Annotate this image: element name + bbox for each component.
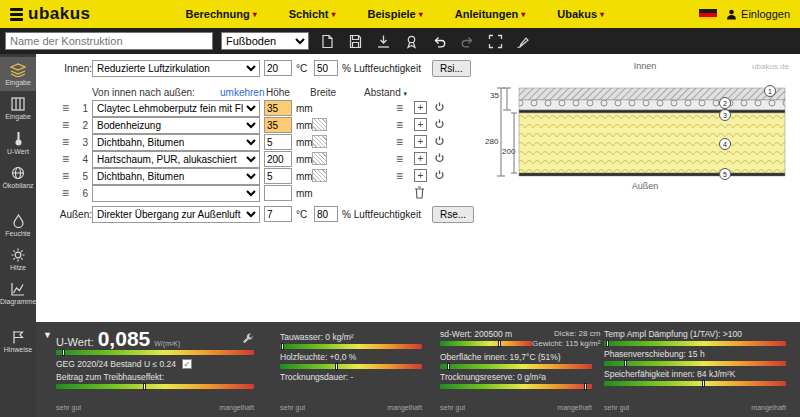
aussen-temp-input[interactable] [264, 206, 292, 222]
sun-icon [11, 248, 25, 262]
rse-button[interactable]: Rse... [432, 206, 474, 223]
insert-layer-icon[interactable]: + [414, 118, 427, 131]
insert-layer-icon[interactable]: + [414, 152, 427, 165]
drag-handle-icon[interactable]: ≡ [62, 185, 69, 201]
drag-handle-icon[interactable]: ≡ [62, 100, 69, 116]
pattern-icon[interactable] [312, 118, 327, 131]
sidebar-item-u-wert[interactable]: U-Wert [0, 125, 36, 160]
wrench-icon[interactable] [241, 332, 254, 350]
construction-type-select[interactable]: Fußboden [221, 32, 309, 50]
drag-handle-icon[interactable]: ≡ [62, 168, 69, 184]
innen-humidity-input[interactable] [314, 60, 338, 76]
menu-ubakus[interactable]: Ubakus▾ [557, 8, 604, 20]
layer-marker-2[interactable]: 2 [720, 98, 731, 109]
paint-icon[interactable] [513, 31, 533, 51]
row-menu-icon[interactable]: ≡ [396, 151, 403, 167]
flag-icon [12, 330, 24, 344]
fullscreen-icon[interactable] [485, 31, 505, 51]
disable-layer-icon[interactable] [434, 169, 445, 183]
layer-marker-5[interactable]: 5 [720, 169, 731, 180]
layer-height-input[interactable] [264, 134, 292, 150]
insert-layer-icon[interactable]: + [414, 135, 427, 148]
pattern-icon[interactable] [312, 135, 327, 148]
delete-layer-icon[interactable] [414, 186, 425, 201]
certificate-icon[interactable] [401, 31, 421, 51]
scale-good: sehr gut [56, 404, 81, 411]
material-select[interactable]: Dichtbahn, Bitumen [92, 168, 260, 185]
layer-height-input[interactable] [264, 168, 292, 184]
quality-bar [604, 381, 786, 386]
pattern-icon[interactable] [312, 152, 327, 165]
drag-handle-icon[interactable]: ≡ [62, 117, 69, 133]
aussen-condition-select[interactable]: Direkter Übergang zur Außenluft [92, 206, 260, 223]
material-select[interactable] [92, 185, 260, 202]
material-select[interactable]: Hartschaum, PUR, alukaschiert [92, 151, 260, 168]
layer-height-input[interactable] [264, 117, 292, 133]
insert-layer-icon[interactable]: + [414, 101, 427, 114]
material-select[interactable]: Claytec Lehmoberputz fein mit Flachs [92, 100, 260, 117]
layer-pur[interactable] [519, 113, 785, 173]
menu-schicht[interactable]: Schicht▾ [289, 8, 336, 20]
drag-handle-icon[interactable]: ≡ [62, 151, 69, 167]
menu-berechnung[interactable]: Berechnung▾ [185, 8, 256, 20]
bar-marker [281, 343, 284, 350]
quality-bar [604, 341, 786, 346]
layer-height-input[interactable] [264, 151, 292, 167]
invert-link[interactable]: umkehren [220, 84, 264, 101]
redo-icon[interactable] [457, 31, 477, 51]
row-menu-icon[interactable]: ≡ [396, 168, 403, 184]
layer-bitumen-top[interactable] [519, 110, 785, 113]
sidebar-item-oekobilanz[interactable]: Ökobilanz [0, 160, 36, 194]
innen-condition-select[interactable]: Reduzierte Luftzirkulation [92, 60, 260, 77]
sidebar-item-feuchte[interactable]: Feuchte [0, 208, 36, 242]
disable-layer-icon[interactable] [434, 135, 445, 149]
pattern-icon[interactable] [312, 169, 327, 182]
rsi-button[interactable]: Rsi... [432, 60, 471, 77]
unit-label: mm [296, 117, 313, 134]
undo-icon[interactable] [429, 31, 449, 51]
layer-height-input[interactable] [264, 100, 292, 116]
layer-bitumen-bottom[interactable] [519, 173, 785, 176]
unit-label: mm [296, 185, 313, 202]
drawing-innen-label: Innen [634, 61, 657, 71]
disable-layer-icon[interactable] [434, 101, 445, 115]
globe-icon [11, 166, 25, 180]
sidebar-item-diagramme[interactable]: Diagramme [0, 276, 36, 310]
menu-beispiele[interactable]: Beispiele▾ [367, 8, 422, 20]
save-icon[interactable] [345, 31, 365, 51]
layer-marker-1[interactable]: 1 [765, 86, 776, 97]
innen-temp-input[interactable] [264, 60, 292, 76]
layer-plaster[interactable] [519, 88, 785, 100]
collapse-results-icon[interactable]: ▼ [43, 330, 52, 340]
geg-checkbox[interactable]: ✓ [182, 359, 192, 369]
disable-layer-icon[interactable] [434, 152, 445, 166]
layer-heating[interactable] [519, 100, 785, 110]
ubakus-logo[interactable]: ubakus [10, 4, 91, 24]
layer-marker-4[interactable]: 4 [720, 139, 731, 150]
drag-handle-icon[interactable]: ≡ [62, 134, 69, 150]
download-icon[interactable] [373, 31, 393, 51]
german-flag-icon[interactable] [699, 9, 717, 20]
col-breite: Breite [310, 84, 336, 101]
material-select[interactable]: Dichtbahn, Bitumen [92, 134, 260, 151]
logo-text: ubakus [28, 4, 91, 24]
row-menu-icon[interactable]: ≡ [396, 100, 403, 116]
construction-name-input[interactable] [5, 32, 213, 50]
quality-bar [440, 384, 592, 389]
row-menu-icon[interactable]: ≡ [396, 134, 403, 150]
layer-marker-3[interactable]: 3 [720, 110, 731, 121]
sidebar-item-eingabe-1[interactable]: Eingabe [0, 57, 36, 91]
aussen-humidity-input[interactable] [314, 206, 338, 222]
row-menu-icon[interactable]: ≡ [396, 117, 403, 133]
menu-anleitungen[interactable]: Anleitungen▾ [455, 8, 526, 20]
new-construction-icon[interactable] [317, 31, 337, 51]
layer-height-input[interactable] [264, 185, 292, 201]
disable-layer-icon[interactable] [434, 118, 445, 132]
sidebar-item-eingabe-2[interactable]: Eingabe [0, 91, 36, 125]
login-button[interactable]: Einloggen [726, 8, 790, 20]
insert-layer-icon[interactable]: + [414, 169, 427, 182]
sidebar-item-hitze[interactable]: Hitze [0, 242, 36, 276]
sidebar-item-hinweise[interactable]: Hinweise [0, 324, 36, 358]
material-select[interactable]: Bodenheizung [92, 117, 260, 134]
unit-label: mm [296, 100, 313, 117]
